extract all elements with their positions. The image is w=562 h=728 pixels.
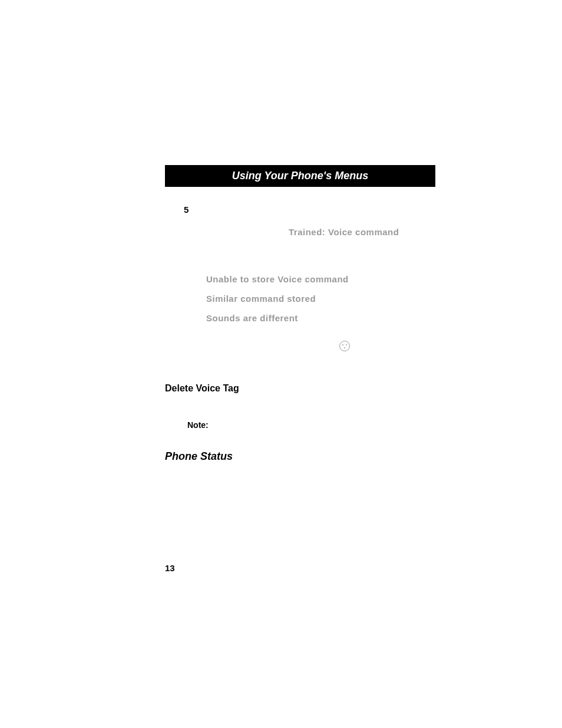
error-line-3: Sounds are different xyxy=(206,308,435,328)
step-number: 5 xyxy=(184,205,189,215)
page-container: Using Your Phone's Menus 5 Trained: Voic… xyxy=(0,0,562,573)
page-number: 13 xyxy=(165,563,435,573)
phone-status-heading: Phone Status xyxy=(165,450,435,463)
note-label: Note: xyxy=(187,420,435,430)
header-bar: Using Your Phone's Menus xyxy=(165,165,435,187)
error-line-1: Unable to store Voice command xyxy=(206,269,435,289)
error-block: Unable to store Voice command Similar co… xyxy=(206,269,435,328)
step-row: 5 xyxy=(165,205,435,215)
trained-message: Trained: Voice command xyxy=(289,227,435,237)
error-line-2: Similar command stored xyxy=(206,289,435,308)
ok-icon xyxy=(339,341,350,351)
header-title: Using Your Phone's Menus xyxy=(232,170,368,182)
delete-voice-tag-heading: Delete Voice Tag xyxy=(165,383,435,394)
